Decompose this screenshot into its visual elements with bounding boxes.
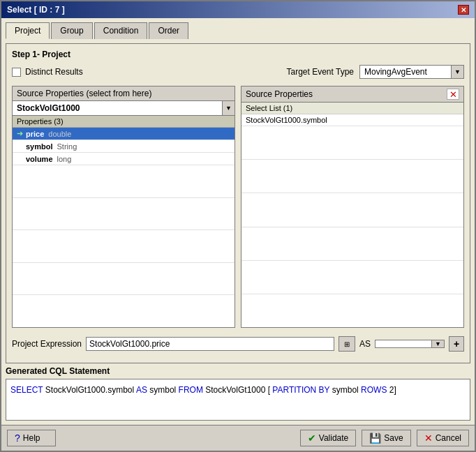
right-spacer-1 [241,126,463,160]
source-dropdown-value: StockVolGt1000 [13,101,222,115]
source-dropdown-btn[interactable]: ▼ [222,101,235,115]
right-spacer-4 [241,227,463,261]
target-event-value: MovingAvgEvent [360,66,451,78]
project-expression-input[interactable] [86,337,334,351]
cancel-button[interactable]: ✕ Cancel [417,430,469,446]
window-title: Select [ ID : 7 ] [7,5,65,15]
help-label: Help [23,433,40,443]
save-button[interactable]: 💾 Save [362,430,410,446]
cql-text-1: StockVolGt1000.symbol [45,385,136,395]
add-expression-btn[interactable]: + [449,336,464,352]
source-dropdown-row: StockVolGt1000 ▼ [13,101,235,116]
select-list-item-0[interactable]: StockVolGt1000.symbol [241,114,463,126]
right-spacer-5 [241,261,463,294]
distinct-row: Distinct Results Target Event Type Movin… [12,65,464,79]
right-spacer-3 [241,193,463,227]
cql-text-4: symbol [332,385,361,395]
as-combo[interactable]: ▼ [375,340,445,348]
tab-order[interactable]: Order [149,22,188,39]
left-spacer-5 [13,295,235,327]
right-source-panel: Source Properties ✕ Select List (1) Stoc… [241,86,464,328]
left-spacer-1 [13,165,235,198]
target-event-label: Target Event Type [286,67,354,77]
expression-builder-icon: ⊞ [344,340,350,348]
as-label: AS [359,339,371,349]
prop-type-volume: long [57,155,72,163]
cql-section: Generated CQL Statement SELECT StockVolG… [6,366,470,421]
cql-from: FROM [179,385,203,395]
cql-partition-by: PARTITION BY [272,385,329,395]
two-col-panels: Source Properties (select from here) Sto… [12,86,464,328]
prop-name-symbol: symbol [26,142,53,151]
distinct-label: Distinct Results [25,67,83,77]
prop-row-price[interactable]: ➔ price double [13,128,235,140]
step-label: Step 1- Project [12,50,464,59]
expression-builder-btn[interactable]: ⊞ [339,336,355,352]
target-event-dropdown-btn[interactable]: ▼ [451,66,463,78]
main-window: Select [ ID : 7 ] ✕ Project Group Condit… [0,0,476,452]
tab-bar: Project Group Condition Order [6,22,470,39]
cql-text-2: symbol [149,385,178,395]
right-panel-title: Source Properties [246,89,313,99]
tab-project[interactable]: Project [6,22,50,39]
prop-row-symbol[interactable]: ➔ symbol String [13,140,235,153]
content-area: Project Group Condition Order Step 1- Pr… [1,18,475,425]
tab-group[interactable]: Group [51,22,92,39]
cql-text-3: StockVolGt1000 [ [205,385,270,395]
save-label: Save [384,433,403,443]
left-spacer-2 [13,198,235,231]
prop-row-volume[interactable]: ➔ volume long [13,153,235,165]
delete-icon: ✕ [449,89,457,100]
cql-rows: ROWS [361,385,387,395]
select-list-header: Select List (1) [241,103,463,114]
project-expression-label: Project Expression [12,339,82,349]
target-event-dropdown[interactable]: MovingAvgEvent ▼ [359,65,464,79]
distinct-checkbox[interactable] [12,68,21,77]
project-expression-row: Project Expression ⊞ AS ▼ + [12,333,464,354]
cql-box: SELECT StockVolGt1000.symbol AS symbol F… [6,379,470,421]
tab-condition[interactable]: Condition [94,22,148,39]
validate-label: Validate [319,433,348,443]
delete-button[interactable]: ✕ [447,89,459,100]
titlebar: Select [ ID : 7 ] ✕ [1,1,475,18]
help-icon: ? [15,432,20,444]
as-value [375,340,431,347]
left-source-panel: Source Properties (select from here) Sto… [12,86,235,328]
cancel-label: Cancel [436,433,461,443]
cql-label: Generated CQL Statement [6,366,470,376]
distinct-left: Distinct Results [12,67,83,77]
left-source-header: Source Properties (select from here) [13,86,235,101]
cql-select: SELECT [10,385,43,395]
prop-name-price: price [26,130,44,138]
target-right: Target Event Type MovingAvgEvent ▼ [286,65,464,79]
right-spacer-2 [241,160,463,193]
validate-icon: ✔ [308,432,316,444]
validate-button[interactable]: ✔ Validate [300,430,356,446]
cancel-icon: ✕ [424,432,433,444]
help-button[interactable]: ? Help [7,430,56,446]
footer-right: ✔ Validate 💾 Save ✕ Cancel [300,430,469,446]
footer-left: ? Help [7,430,56,446]
prop-type-symbol: String [57,142,77,151]
right-header-row: Source Properties ✕ [241,86,463,103]
left-spacer-3 [13,230,235,263]
prop-name-volume: volume [26,155,53,163]
prop-type-price: double [48,130,71,138]
cql-text-5: 2] [389,385,396,395]
footer: ? Help ✔ Validate 💾 Save ✕ Cancel [1,425,475,451]
left-spacer-4 [13,263,235,296]
prop-arrow-price: ➔ [17,129,23,138]
props-header: Properties (3) [13,116,235,128]
main-panel: Step 1- Project Distinct Results Target … [6,43,470,363]
save-icon: 💾 [369,432,381,444]
close-button[interactable]: ✕ [458,5,469,15]
cql-as: AS [136,385,147,395]
as-dropdown-btn[interactable]: ▼ [431,340,444,347]
right-spacer-6 [241,294,463,327]
